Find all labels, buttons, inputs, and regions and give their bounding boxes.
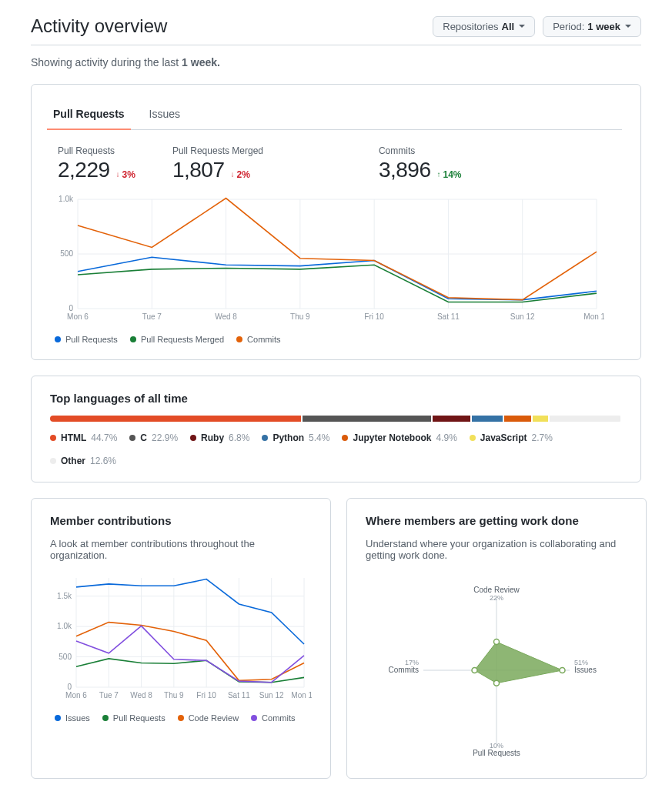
legend-label: Pull Requests Merged — [141, 335, 224, 344]
svg-text:Fri 10: Fri 10 — [364, 312, 384, 321]
language-pct: 44.7% — [91, 432, 117, 443]
legend-dot-icon — [236, 336, 242, 342]
legend-dot-icon — [262, 435, 268, 441]
legend-dot-icon — [342, 435, 348, 441]
repositories-filter-value: All — [502, 21, 515, 32]
legend-dot-icon — [50, 458, 56, 464]
svg-text:Issues: Issues — [574, 666, 597, 674]
languages-title: Top languages of all time — [50, 392, 622, 405]
legend-item: Commits — [236, 335, 280, 344]
legend-label: Commits — [262, 713, 295, 723]
svg-text:1.0k: 1.0k — [59, 195, 74, 203]
legend-dot-icon — [130, 336, 136, 342]
legend-dot-icon — [190, 435, 196, 441]
language-legend-item: JavaScript 2.7% — [470, 432, 553, 443]
work-distribution-subtitle: Understand where your organization is co… — [366, 538, 627, 561]
svg-point-54 — [472, 668, 477, 673]
work-distribution-panel: Where members are getting work done Unde… — [346, 498, 647, 779]
svg-point-51 — [494, 639, 500, 645]
main-chart-legend: Pull Requests Pull Requests Merged Commi… — [50, 335, 622, 344]
language-name: HTML — [61, 432, 86, 443]
legend-dot-icon — [55, 336, 61, 342]
language-segment — [504, 416, 532, 422]
svg-point-52 — [560, 668, 565, 673]
svg-text:Thu 9: Thu 9 — [164, 691, 184, 700]
svg-text:Tue 7: Tue 7 — [142, 312, 162, 321]
stat-label: Pull Requests Merged — [172, 145, 342, 156]
svg-point-53 — [494, 680, 500, 686]
period-filter-button[interactable]: Period: 1 week — [543, 16, 641, 37]
member-chart-legend: Issues Pull Requests Code Review Commits — [50, 713, 312, 723]
stat-value: 3,896 — [379, 158, 431, 182]
language-legend-item: Jupyter Notebook 4.9% — [342, 432, 456, 443]
language-pct: 22.9% — [152, 432, 178, 443]
member-contributions-subtitle: A look at member contributions throughou… — [50, 538, 312, 561]
stat-value: 1,807 — [172, 158, 225, 182]
language-pct: 12.6% — [90, 456, 116, 466]
language-segment — [50, 416, 301, 422]
svg-text:0: 0 — [67, 683, 72, 691]
svg-text:Mon 6: Mon 6 — [65, 691, 87, 700]
legend-item: Issues — [55, 713, 90, 723]
activity-tabs: Pull Requests Issues — [50, 100, 622, 130]
svg-text:Wed 8: Wed 8 — [215, 312, 237, 321]
header: Activity overview Repositories All Perio… — [31, 15, 641, 45]
svg-text:Mon 13: Mon 13 — [291, 691, 312, 700]
stat-label: Commits — [379, 145, 462, 156]
member-contributions-chart: 05001.0k1.5kMon 6Tue 7Wed 8Thu 9Fri 10Sa… — [50, 570, 312, 701]
legend-item: Pull Requests — [102, 713, 165, 723]
language-name: Other — [61, 456, 85, 466]
main-activity-chart: 05001.0kMon 6Tue 7Wed 8Thu 9Fri 10Sat 11… — [50, 192, 604, 322]
legend-dot-icon — [251, 715, 257, 721]
svg-text:0: 0 — [69, 304, 73, 312]
svg-text:500: 500 — [59, 653, 72, 661]
legend-label: Issues — [65, 713, 90, 723]
tab-pull-requests[interactable]: Pull Requests — [50, 100, 128, 129]
stat-pull-requests-merged: Pull Requests Merged 1,807 ↓2% — [172, 145, 342, 182]
svg-text:Tue 7: Tue 7 — [99, 691, 119, 700]
legend-label: Code Review — [189, 713, 239, 723]
legend-dot-icon — [129, 435, 135, 441]
svg-text:Code Review: Code Review — [473, 586, 520, 594]
filter-group: Repositories All Period: 1 week — [433, 16, 641, 37]
language-legend-item: Ruby 6.8% — [190, 432, 249, 443]
legend-label: Pull Requests — [113, 713, 165, 723]
activity-panel: Pull Requests Issues Pull Requests 2,229… — [31, 84, 641, 360]
language-name: Python — [272, 432, 304, 443]
svg-text:Thu 9: Thu 9 — [290, 312, 310, 321]
svg-text:22%: 22% — [490, 594, 503, 602]
language-legend-item: C 22.9% — [129, 432, 178, 443]
stat-delta: ↓2% — [231, 169, 250, 180]
svg-text:Fri 10: Fri 10 — [196, 691, 216, 700]
stat-pull-requests: Pull Requests 2,229 ↓3% — [58, 145, 135, 182]
repositories-filter-label: Repositories — [443, 21, 498, 32]
languages-bar — [50, 416, 622, 422]
language-pct: 4.9% — [436, 432, 456, 443]
svg-text:500: 500 — [60, 249, 73, 258]
member-contributions-title: Member contributions — [50, 514, 312, 527]
chevron-down-icon — [625, 25, 631, 28]
work-distribution-chart: 22%Code Review51%Issues10%Pull Requests1… — [366, 570, 627, 763]
subheading-period: 1 week. — [182, 56, 220, 68]
language-name: JavaScript — [480, 432, 527, 443]
languages-panel: Top languages of all time HTML 44.7%C 22… — [31, 376, 641, 482]
repositories-filter-button[interactable]: Repositories All — [433, 16, 535, 37]
tab-issues[interactable]: Issues — [146, 100, 183, 129]
language-legend-item: Other 12.6% — [50, 456, 116, 466]
stat-commits: Commits 3,896 ↑14% — [379, 145, 462, 182]
legend-label: Pull Requests — [65, 335, 118, 344]
legend-dot-icon — [102, 715, 109, 721]
legend-label: Commits — [247, 335, 280, 344]
subheading-prefix: Showing activity during the last — [31, 56, 182, 68]
svg-text:1.5k: 1.5k — [57, 592, 72, 600]
legend-item: Commits — [251, 713, 295, 723]
language-legend-item: Python 5.4% — [262, 432, 329, 443]
member-contributions-panel: Member contributions A look at member co… — [31, 498, 331, 779]
language-name: Ruby — [201, 432, 224, 443]
svg-text:Mon 6: Mon 6 — [67, 312, 89, 321]
stats-row: Pull Requests 2,229 ↓3% Pull Requests Me… — [50, 145, 622, 182]
arrow-down-icon: ↓ — [116, 170, 120, 179]
svg-marker-50 — [475, 642, 563, 683]
legend-dot-icon — [178, 715, 184, 721]
legend-item: Pull Requests — [55, 335, 118, 344]
